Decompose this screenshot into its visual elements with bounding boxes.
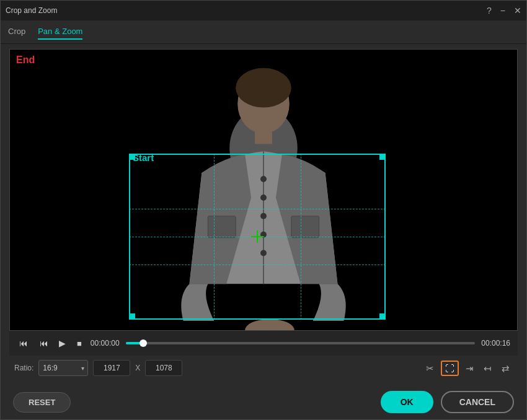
fit-right-button[interactable]: ⇥ xyxy=(463,362,477,375)
minimize-button[interactable]: − xyxy=(500,6,505,15)
time-end: 00:00:16 xyxy=(481,339,510,348)
reset-button[interactable]: RESET xyxy=(13,392,71,413)
corner-handle-tr[interactable] xyxy=(379,154,386,160)
main-window: Crop and Zoom ? − ✕ Crop Pan & Zoom xyxy=(0,0,527,420)
crop-guideline-h1 xyxy=(129,209,386,209)
crosshair-icon xyxy=(251,230,264,243)
ratio-select[interactable]: 16:9 4:3 1:1 9:16 Custom xyxy=(38,360,88,376)
app-title: Crop and Zoom xyxy=(6,6,57,15)
crop-guideline-h3 xyxy=(129,265,386,265)
corner-handle-tl[interactable] xyxy=(129,154,135,160)
time-current: 00:00:00 xyxy=(91,339,120,348)
stop-button[interactable]: ■ xyxy=(74,338,84,349)
svg-rect-4 xyxy=(255,131,272,144)
start-label: Start xyxy=(133,152,154,163)
title-bar-left: Crop and Zoom xyxy=(6,6,57,15)
video-preview: End Start xyxy=(9,49,518,331)
ok-button[interactable]: OK xyxy=(381,391,433,413)
cancel-button[interactable]: CANCEL xyxy=(441,391,514,413)
swap-button[interactable]: ⇄ xyxy=(498,362,513,375)
dimension-toolbar: Ratio: 16:9 4:3 1:1 9:16 Custom X ✂ ⛶ ⇥ … xyxy=(9,356,518,380)
play-button[interactable]: ▶ xyxy=(56,338,68,349)
main-content: End Start ⏮ ⏭ ▶ xyxy=(1,44,526,385)
step-back-button[interactable]: ⏭ xyxy=(37,338,50,349)
title-bar-right: ? − ✕ xyxy=(487,6,521,15)
help-button[interactable]: ? xyxy=(487,6,492,15)
progress-bar[interactable] xyxy=(126,342,476,344)
close-button[interactable]: ✕ xyxy=(514,6,521,15)
crop-guideline-v2 xyxy=(301,154,301,320)
icon-group: ✂ ⛶ ⇥ ↤ ⇄ xyxy=(423,361,513,376)
svg-point-3 xyxy=(236,68,291,108)
ratio-select-wrapper: 16:9 4:3 1:1 9:16 Custom xyxy=(38,360,88,376)
playback-controls: ⏮ ⏭ ▶ ■ 00:00:00 00:00:16 xyxy=(9,331,518,356)
corner-handle-bl[interactable] xyxy=(129,313,135,320)
fit-left-button[interactable]: ↤ xyxy=(480,362,495,375)
height-input[interactable] xyxy=(145,360,182,376)
title-bar: Crop and Zoom ? − ✕ xyxy=(1,1,526,20)
end-label: End xyxy=(16,55,35,66)
progress-thumb[interactable] xyxy=(140,339,147,347)
crop-guideline-v1 xyxy=(214,154,215,320)
footer: RESET OK CANCEL xyxy=(1,385,526,419)
x-separator: X xyxy=(135,364,140,372)
skip-back-button[interactable]: ⏮ xyxy=(17,338,30,349)
tab-pan-zoom[interactable]: Pan & Zoom xyxy=(38,24,82,40)
fullscreen-button[interactable]: ⛶ xyxy=(441,361,459,376)
width-input[interactable] xyxy=(93,360,130,376)
ratio-label: Ratio: xyxy=(14,364,33,372)
crop-scissors-button[interactable]: ✂ xyxy=(423,362,437,375)
tab-crop[interactable]: Crop xyxy=(8,24,25,40)
footer-right: OK CANCEL xyxy=(381,391,514,413)
corner-handle-br[interactable] xyxy=(379,313,386,320)
tab-bar: Crop Pan & Zoom xyxy=(1,20,526,44)
crop-box[interactable]: Start xyxy=(129,154,386,320)
